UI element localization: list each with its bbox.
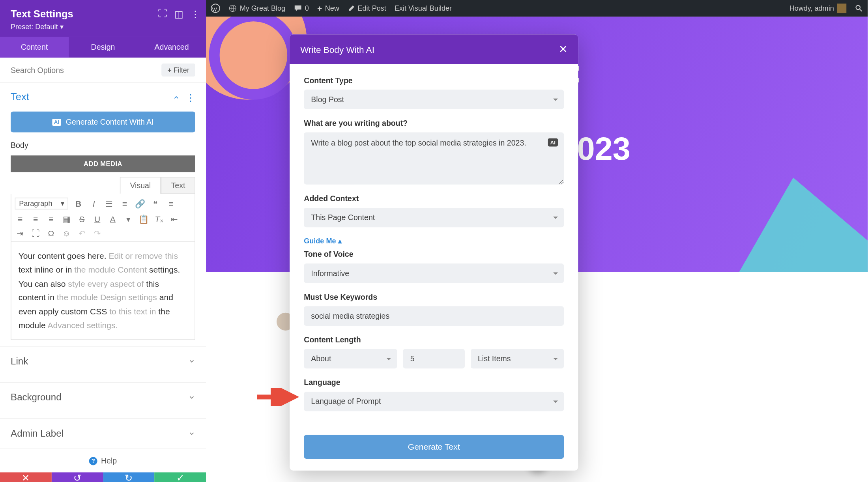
content-type-select[interactable]: Blog Post — [304, 90, 564, 109]
paste-icon[interactable]: 📋 — [138, 214, 149, 224]
align-left-icon[interactable]: ≡ — [166, 199, 176, 208]
language-select[interactable]: Language of Prompt — [304, 392, 564, 411]
new-link[interactable]: +New — [317, 4, 339, 13]
editor-tab-text[interactable]: Text — [161, 177, 195, 194]
comments-link[interactable]: 0 — [294, 4, 309, 13]
chevron-down-icon — [188, 430, 195, 437]
body-field-label: Body — [11, 141, 195, 150]
underline-icon[interactable]: U — [92, 214, 103, 224]
save-button[interactable]: ✓ — [155, 473, 206, 482]
more-toolbar-icon[interactable]: ▾ — [123, 214, 133, 224]
topic-label: What are you writing about? — [304, 119, 564, 128]
special-char-icon[interactable]: Ω — [46, 228, 56, 238]
clear-format-icon[interactable]: Tₓ — [154, 214, 165, 224]
decor-triangle — [705, 162, 868, 272]
text-color-icon[interactable]: A — [107, 214, 118, 224]
align-justify-icon[interactable]: ≡ — [46, 214, 56, 224]
tone-select[interactable]: Informative — [304, 263, 564, 283]
accordion-background[interactable]: Background — [0, 382, 206, 413]
indent-icon[interactable]: ⇤ — [169, 214, 180, 224]
align-right-icon[interactable]: ≡ — [30, 214, 41, 224]
expand-icon[interactable]: ⛶ — [158, 8, 167, 20]
section-text-heading[interactable]: Text — [11, 92, 29, 103]
body-text-editor[interactable]: Your content goes here. Edit or remove t… — [11, 242, 195, 340]
snap-icon[interactable]: ◫ — [174, 8, 183, 20]
length-approx-select[interactable]: About — [304, 349, 397, 369]
exit-builder-link[interactable]: Exit Visual Builder — [395, 4, 452, 13]
undo-toolbar-icon[interactable]: ↶ — [77, 228, 87, 238]
chevron-up-icon[interactable] — [173, 94, 180, 101]
generate-text-button[interactable]: Generate Text — [304, 435, 564, 459]
cancel-button[interactable]: ✕ — [0, 473, 52, 482]
accordion-link[interactable]: Link — [0, 346, 206, 377]
bullet-list-icon[interactable]: ☰ — [104, 199, 114, 208]
added-context-select[interactable]: This Page Content — [304, 208, 564, 228]
search-icon[interactable] — [855, 4, 863, 13]
comments-count: 0 — [305, 4, 309, 13]
annotation-arrow-icon — [254, 388, 301, 406]
search-options-input[interactable] — [11, 65, 161, 75]
language-label: Language — [304, 378, 564, 387]
content-type-label: Content Type — [304, 76, 564, 85]
wysiwyg-toolbar: Paragraph▾ B I ☰ ≡ 🔗 ❝ ≡ ≡ ≡ ≡ ▦ S U A ▾… — [11, 194, 195, 242]
undo-button[interactable]: ↺ — [52, 473, 103, 482]
more-icon[interactable]: ⋮ — [191, 8, 200, 20]
strike-icon[interactable]: S — [77, 214, 87, 224]
section-more-icon[interactable]: ⋮ — [186, 92, 195, 103]
bold-icon[interactable]: B — [73, 199, 84, 208]
ai-badge-icon: AI — [52, 118, 61, 125]
generate-content-ai-button[interactable]: AI Generate Content With AI — [11, 112, 195, 133]
length-unit-select[interactable]: List Items — [471, 349, 564, 369]
table-icon[interactable]: ▦ — [61, 214, 72, 224]
link-icon[interactable]: 🔗 — [135, 199, 146, 208]
accordion-admin-label[interactable]: Admin Label — [0, 418, 206, 449]
emoji-icon[interactable]: ☺ — [61, 228, 72, 238]
settings-header: Text Settings Preset: Default ▾ ⛶ ◫ ⋮ — [0, 0, 206, 37]
site-name-link[interactable]: My Great Blog — [228, 4, 285, 13]
write-body-ai-modal: Write Body With AI ✕ Content Type Blog P… — [290, 34, 578, 471]
keywords-input[interactable]: social media strategies — [304, 306, 564, 326]
decor-ring — [209, 17, 298, 100]
settings-tabs: Content Design Advanced — [0, 37, 206, 58]
length-value-input[interactable]: 5 — [403, 349, 465, 369]
fullscreen-icon[interactable]: ⛶ — [30, 228, 41, 238]
redo-toolbar-icon[interactable]: ↷ — [92, 228, 103, 238]
wp-logo[interactable] — [211, 4, 220, 13]
quote-icon[interactable]: ❝ — [150, 199, 161, 208]
tab-design[interactable]: Design — [69, 37, 137, 58]
guide-me-toggle[interactable]: Guide Me — [304, 237, 564, 245]
topic-textarea[interactable]: Write a blog post about the top social m… — [304, 132, 564, 184]
add-media-button[interactable]: ADD MEDIA — [11, 155, 195, 172]
preset-dropdown[interactable]: Preset: Default ▾ — [11, 22, 195, 31]
added-context-label: Added Context — [304, 194, 564, 203]
exit-builder-label: Exit Visual Builder — [395, 4, 452, 13]
close-icon[interactable]: ✕ — [559, 43, 568, 56]
content-length-label: Content Length — [304, 335, 564, 344]
howdy-label: Howdy, admin — [789, 4, 834, 13]
chevron-down-icon — [188, 358, 195, 365]
keywords-label: Must Use Keywords — [304, 293, 564, 302]
edit-post-link[interactable]: Edit Post — [348, 4, 386, 13]
module-settings-panel: Text Settings Preset: Default ▾ ⛶ ◫ ⋮ Co… — [0, 0, 206, 482]
wp-admin-bar: My Great Blog 0 +New Edit Post Exit Visu… — [206, 0, 868, 17]
modal-title: Write Body With AI — [300, 44, 374, 54]
align-center-icon[interactable]: ≡ — [15, 214, 26, 224]
chevron-down-icon — [188, 394, 195, 401]
howdy-link[interactable]: Howdy, admin — [789, 4, 847, 13]
number-list-icon[interactable]: ≡ — [119, 199, 130, 208]
tab-content[interactable]: Content — [0, 37, 69, 58]
ai-chip-icon[interactable]: AI — [548, 138, 558, 147]
tone-label: Tone of Voice — [304, 250, 564, 259]
outdent-icon[interactable]: ⇥ — [15, 228, 26, 238]
editor-tab-visual[interactable]: Visual — [120, 177, 161, 194]
site-name-label: My Great Blog — [240, 4, 285, 13]
help-link[interactable]: ?Help — [0, 449, 206, 473]
italic-icon[interactable]: I — [88, 199, 99, 208]
filter-button[interactable]: Filter — [161, 64, 195, 77]
redo-button[interactable]: ↻ — [103, 473, 155, 482]
user-avatar-icon — [837, 4, 846, 13]
format-select[interactable]: Paragraph▾ — [15, 198, 68, 209]
tab-advanced[interactable]: Advanced — [137, 37, 206, 58]
svg-point-2 — [856, 6, 860, 10]
generate-ai-label: Generate Content With AI — [66, 118, 154, 127]
